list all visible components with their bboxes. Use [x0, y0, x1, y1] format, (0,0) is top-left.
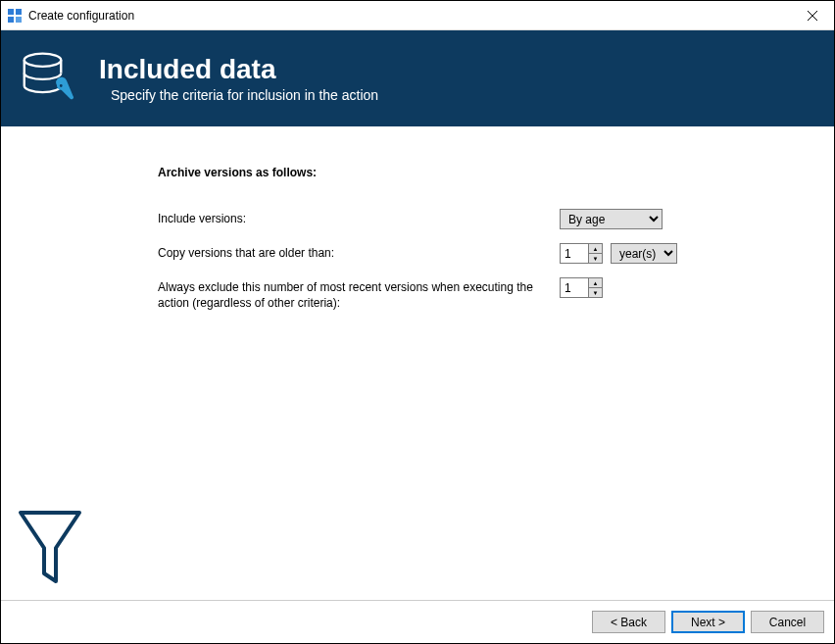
include-versions-select[interactable]: By age [560, 209, 663, 229]
banner-subtitle: Specify the criteria for inclusion in th… [111, 87, 378, 103]
banner-heading: Included data [99, 54, 378, 85]
exclude-recent-label: Always exclude this number of most recen… [158, 277, 560, 311]
svg-point-6 [25, 54, 62, 67]
include-versions-label: Include versions: [158, 209, 560, 226]
svg-rect-1 [16, 9, 22, 15]
titlebar: Create configuration [1, 1, 834, 30]
back-button[interactable]: < Back [592, 611, 665, 633]
banner-text: Included data Specify the criteria for i… [99, 54, 378, 103]
header-banner: Included data Specify the criteria for i… [1, 30, 834, 126]
section-title: Archive versions as follows: [158, 166, 834, 179]
older-than-label: Copy versions that are older than: [158, 243, 560, 261]
exclude-recent-down[interactable]: ▼ [589, 288, 602, 297]
svg-point-7 [58, 83, 64, 89]
exclude-recent-input[interactable] [561, 278, 588, 297]
app-icon [7, 8, 23, 24]
older-than-spinner[interactable]: ▲ ▼ [560, 243, 603, 264]
older-than-down[interactable]: ▼ [589, 254, 602, 263]
older-than-unit-select[interactable]: year(s) [611, 243, 677, 264]
svg-rect-2 [8, 17, 14, 23]
svg-rect-0 [8, 9, 14, 15]
older-than-up[interactable]: ▲ [589, 244, 602, 254]
row-include-versions: Include versions: By age [158, 209, 834, 229]
window-title: Create configuration [28, 9, 790, 23]
next-button[interactable]: Next > [671, 611, 745, 633]
funnel-icon [15, 507, 85, 590]
button-bar: < Back Next > Cancel [1, 600, 834, 643]
cancel-button[interactable]: Cancel [751, 611, 824, 633]
row-exclude-recent: Always exclude this number of most recen… [158, 277, 834, 311]
main-content: Archive versions as follows: Include ver… [1, 126, 834, 600]
exclude-recent-spinner[interactable]: ▲ ▼ [560, 277, 603, 298]
svg-rect-3 [16, 17, 22, 23]
exclude-recent-up[interactable]: ▲ [589, 278, 602, 288]
database-wrench-icon [21, 49, 79, 108]
older-than-input[interactable] [561, 244, 588, 263]
close-button[interactable] [790, 1, 834, 30]
row-older-than: Copy versions that are older than: ▲ ▼ y… [158, 243, 834, 264]
